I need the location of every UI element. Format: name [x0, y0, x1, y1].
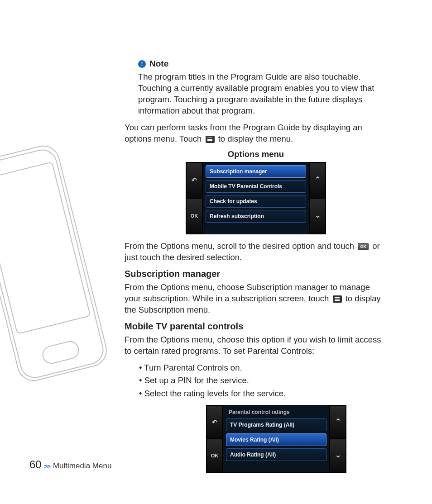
heading-subscription-manager: Subscription manager [125, 269, 387, 279]
para1-text-b: to display the menu. [218, 134, 293, 143]
back-button[interactable] [186, 162, 202, 198]
para2-text-a: From the Options menu, scroll to the des… [125, 241, 356, 251]
hamburger-menu-icon [333, 295, 342, 303]
footer-section-label: Multimedia Menu [53, 461, 111, 471]
scroll-down-button[interactable] [309, 198, 326, 234]
menu-item-movies-rating[interactable]: Movies Rating (All) [226, 433, 326, 446]
ok-icon: OK [358, 243, 369, 250]
note-label: Note [149, 59, 168, 69]
svg-rect-5 [41, 340, 81, 365]
menu-item-check-updates[interactable]: Check for updates [206, 195, 306, 208]
hamburger-menu-icon [206, 136, 215, 143]
note-icon: ! [138, 60, 146, 68]
bullet-item: • Select the rating levels for the servi… [139, 387, 387, 400]
menu-item-tv-rating[interactable]: TV Programs Rating (All) [226, 418, 326, 431]
paragraph-program-guide: You can perform tasks from the Program G… [125, 122, 387, 145]
ok-button[interactable]: OK [186, 198, 202, 234]
scroll-up-button[interactable] [330, 405, 346, 439]
scroll-up-button[interactable] [309, 162, 326, 198]
paragraph-options-instruction: From the Options menu, scroll to the des… [125, 241, 387, 263]
phone-outline-illustration [0, 140, 109, 394]
bullet-item: • Set up a PIN for the service. [139, 374, 387, 387]
options-menu-screenshot: OK Subscription manager Mobile TV Parent… [186, 162, 326, 234]
options-menu-caption: Options menu [125, 149, 387, 159]
menu-item-audio-rating[interactable]: Audio Rating (All) [226, 448, 326, 461]
heading-parental-controls: Mobile TV parental controls [125, 321, 387, 332]
ratings-menu-title: Parental control ratings [226, 408, 326, 416]
note-body: The program titles in the Program Guide … [138, 71, 387, 117]
parental-bullet-list: • Turn Parental Controls on. • Set up a … [139, 361, 387, 400]
page-footer: 60 >> Multimedia Menu [29, 458, 111, 471]
paragraph-parental-controls: From the Options menu, choose this optio… [125, 334, 387, 357]
bullet-item: • Turn Parental Controls on. [139, 361, 387, 375]
ok-button[interactable]: OK [206, 439, 223, 472]
svg-rect-1 [0, 162, 90, 334]
page-number: 60 [29, 458, 42, 471]
parental-ratings-screenshot: OK Parental control ratings TV Programs … [206, 405, 346, 473]
page-content: ! Note The program titles in the Program… [125, 59, 387, 479]
menu-item-refresh-subscription[interactable]: Refresh subscription [206, 210, 306, 223]
scroll-down-button[interactable] [330, 439, 346, 472]
paragraph-subscription-manager: From the Options menu, choose Subscripti… [125, 282, 387, 316]
menu-item-parental-controls[interactable]: Mobile TV Parental Controls [206, 180, 306, 193]
note-heading: ! Note [138, 59, 387, 69]
back-button[interactable] [206, 405, 223, 439]
chevron-icon: >> [44, 463, 50, 470]
menu-item-subscription-manager[interactable]: Subscription manager [206, 165, 306, 178]
